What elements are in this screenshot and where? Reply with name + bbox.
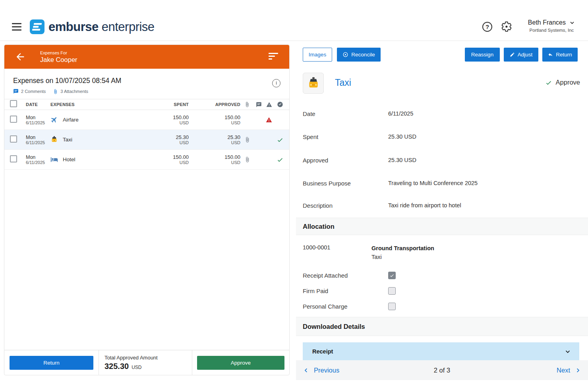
expense-report-panel: Expenses For Jake Cooper Expenses on 10/… (4, 44, 290, 375)
attachment-icon (244, 156, 250, 162)
gear-icon[interactable] (501, 21, 512, 32)
row-checkbox[interactable] (10, 116, 17, 123)
personal-charge-checkbox[interactable] (388, 303, 396, 310)
paperclip-column-icon (244, 102, 250, 107)
approved-currency: USD (189, 140, 240, 145)
field-row-spent: Spent 25.30 USD (303, 133, 580, 140)
report-summary: Expenses on 10/07/2025 08:54 AM 2 Commen… (4, 69, 289, 99)
expense-title[interactable]: Taxi (335, 77, 351, 88)
images-button[interactable]: Images (303, 48, 332, 62)
column-date: DATE (26, 102, 50, 107)
receipt-accordion[interactable]: Receipt (303, 342, 579, 360)
back-arrow-icon[interactable] (15, 51, 26, 62)
checkbox-row-receipt-attached: Receipt Attached (303, 272, 580, 279)
sort-icon[interactable] (269, 53, 279, 61)
brand-text: emburseenterprise (48, 20, 155, 34)
approved-check-icon (277, 156, 284, 163)
field-row-description: Description Taxi ride from airport to ho… (303, 202, 580, 209)
field-row-date: Date 6/11/2025 (303, 110, 580, 117)
expenses-table: DATE EXPENSES SPENT APPROVED Mon 6/11/20… (4, 99, 289, 170)
field-row-business-purpose: Business Purpose Traveling to Multi Conf… (303, 180, 580, 187)
info-icon[interactable]: i (272, 79, 280, 87)
total-approved-label: Total Approved Amount (104, 355, 158, 361)
hamburger-menu-icon[interactable] (12, 23, 21, 31)
page: emburseenterprise ? Beth Frances Portlan… (0, 0, 588, 392)
check-circle-column-icon (277, 101, 283, 108)
total-approved-amount: 325.30 (104, 362, 129, 371)
check-icon (389, 273, 395, 278)
attachment-icon (244, 137, 250, 143)
approved-check-icon (277, 136, 284, 143)
spent-amount: 150.00 (145, 154, 189, 160)
row-day: Mon (26, 135, 50, 140)
comments-link[interactable]: 2 Comments (13, 89, 46, 94)
approved-amount: 150.00 (189, 114, 240, 120)
spent-currency: USD (145, 160, 189, 165)
chevron-down-icon (569, 19, 575, 26)
comments-count: 2 Comments (21, 89, 46, 94)
approved-amount: 150.00 (189, 154, 240, 160)
row-date: 6/11/2025 (26, 160, 50, 165)
attachments-link[interactable]: 3 Attachments (53, 89, 88, 94)
approve-label: Approve (556, 79, 580, 86)
emburse-logo-icon (30, 19, 44, 34)
expense-detail-panel: Images Reconcile Reassign Adjust Return … (296, 44, 588, 380)
return-report-button[interactable]: Return (10, 356, 93, 370)
attachments-count: 3 Attachments (60, 89, 88, 94)
row-day: Mon (26, 115, 50, 120)
paperclip-icon (53, 89, 58, 94)
spent-amount: 150.00 (145, 114, 189, 120)
downloaded-details-section-header: Downloaded Details (296, 317, 588, 336)
reply-arrow-icon (548, 52, 553, 57)
brand-bold: emburse (48, 20, 99, 34)
expense-detail-header: Taxi Approve (303, 73, 580, 94)
return-expense-button[interactable]: Return (542, 48, 578, 62)
approved-currency: USD (189, 160, 240, 165)
report-header: Expenses For Jake Cooper (4, 45, 289, 69)
receipt-attached-checkbox[interactable] (388, 272, 396, 279)
table-row[interactable]: Mon 6/11/2025 Hotel 150.00USD 150.00USD (4, 150, 289, 170)
comment-icon (13, 89, 19, 94)
allocation-code: 1000-0001 (303, 244, 330, 251)
brand-light: enterprise (102, 20, 155, 34)
user-menu[interactable]: Beth Frances Portland Systems, Inc (528, 19, 575, 33)
field-row-approved: Approved 25.30 USD (303, 157, 580, 164)
firm-paid-checkbox[interactable] (388, 287, 396, 295)
expense-pager: Previous 2 of 3 Next (296, 360, 588, 380)
user-organization: Portland Systems, Inc (528, 28, 575, 33)
column-expenses: EXPENSES (50, 102, 145, 107)
table-header-row: DATE EXPENSES SPENT APPROVED (4, 99, 289, 110)
warning-column-icon (266, 102, 272, 108)
adjust-button[interactable]: Adjust (504, 48, 538, 62)
next-button[interactable]: Next (557, 367, 581, 374)
row-checkbox[interactable] (10, 135, 17, 143)
total-approved-currency: USD (132, 365, 141, 370)
chevron-right-icon (575, 367, 581, 373)
table-row-selected[interactable]: Mon 6/11/2025 Taxi 25.30USD 25.30USD (4, 130, 289, 150)
detail-toolbar: Images Reconcile Reassign Adjust Return (303, 48, 578, 62)
chevron-down-icon (564, 348, 571, 355)
help-icon[interactable]: ? (482, 22, 492, 32)
row-checkbox[interactable] (10, 155, 17, 162)
previous-button[interactable]: Previous (303, 367, 339, 374)
expense-name: Taxi (63, 137, 72, 143)
report-footer: Return Total Approved Amount 325.30 USD … (4, 350, 289, 375)
expense-type-icon-box (303, 73, 324, 94)
row-date: 6/11/2025 (26, 140, 50, 145)
taxi-icon (50, 136, 58, 143)
select-all-checkbox[interactable] (10, 100, 17, 107)
receipt-label: Receipt (312, 348, 333, 355)
pager-position: 2 of 3 (296, 367, 588, 374)
approve-expense-action[interactable]: Approve (545, 79, 580, 86)
allocation-title: Allocation (303, 223, 335, 230)
reconcile-button[interactable]: Reconcile (337, 48, 381, 62)
reassign-button[interactable]: Reassign (465, 48, 500, 62)
eye-icon (342, 52, 348, 58)
approve-report-button[interactable]: Approve (197, 356, 284, 370)
spent-amount: 25.30 (145, 134, 189, 140)
report-subtitle: Expenses For (40, 50, 77, 55)
table-row[interactable]: Mon 6/11/2025 Airfare 150.00USD 150.00US… (4, 110, 289, 130)
allocation-section-header: Allocation (296, 218, 588, 235)
column-spent: SPENT (145, 102, 189, 107)
taxi-icon (307, 77, 320, 90)
